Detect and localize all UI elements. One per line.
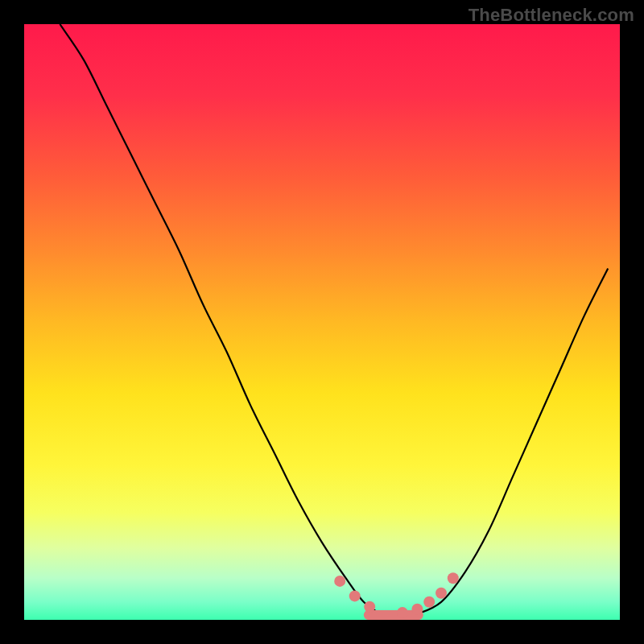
optimal-zone-dot <box>397 607 408 618</box>
chart-svg <box>24 24 620 620</box>
optimal-zone-dot <box>334 576 345 587</box>
watermark-text: TheBottleneck.com <box>469 5 634 26</box>
gradient-background <box>24 24 620 620</box>
optimal-zone-dot <box>423 597 435 608</box>
optimal-zone-dot <box>364 601 375 613</box>
chart-frame: TheBottleneck.com <box>0 0 644 644</box>
optimal-zone-dot <box>448 572 459 584</box>
optimal-zone-dot <box>349 590 361 601</box>
optimal-zone-dot <box>436 588 447 599</box>
bottleneck-chart <box>24 24 620 620</box>
optimal-zone-dot <box>411 604 423 615</box>
